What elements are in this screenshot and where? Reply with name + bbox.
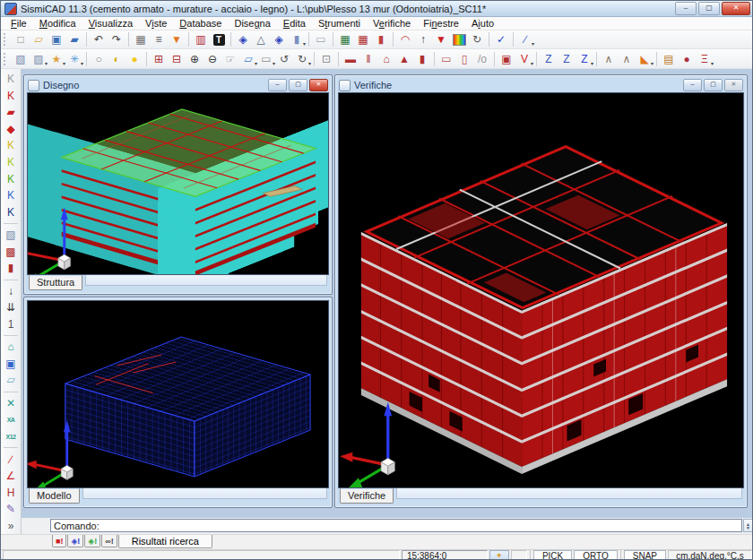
menu-edita[interactable]: Edita [277,18,312,29]
save-icon[interactable]: ▣ [48,30,65,48]
codes-icon[interactable]: ▦ [132,30,150,48]
beam-mesh-icon[interactable]: ▭ [437,50,455,68]
x-text-icon[interactable]: XA [2,411,20,428]
combo-yellow-icon[interactable]: K [2,137,20,154]
section-h-icon[interactable]: H [2,484,20,501]
cylinder-icon[interactable]: ▮ [2,260,20,277]
verifiche-viewport[interactable] [338,92,744,488]
command-history-spinner[interactable]: ▲▼ [743,519,753,532]
pan-icon[interactable]: ☞ [221,50,239,68]
arrow-up-icon[interactable]: ↑ [414,30,432,48]
plumb-icon[interactable]: ▼ [168,30,186,48]
toolbar-grip[interactable] [4,53,8,65]
title-bar[interactable]: SismiCAD 11.3 (cemento armato - murature… [1,1,753,17]
arrow-down-icon[interactable]: ↓ [2,283,20,300]
copy-icon[interactable]: ▱ [2,372,20,389]
steel-icon[interactable]: Z▾ [576,50,593,68]
x-dim-icon[interactable]: X12 [2,428,20,445]
star-view-icon[interactable]: ★▾ [48,50,65,68]
solid-box-icon[interactable]: ▧ [2,227,20,244]
slab-red-icon[interactable]: ▰ [2,104,20,121]
axonometry-icon[interactable]: ◈ [234,30,252,48]
zoom-previous-icon[interactable]: ⊟ [168,50,186,68]
menu-database[interactable]: Database [173,18,228,29]
menu-finestre[interactable]: Finestre [417,18,465,29]
menu-disegna[interactable]: Disegna [228,18,276,29]
zoom-window-icon[interactable]: ⊞ [150,50,168,68]
zoom-in-icon[interactable]: ⊕ [186,50,203,68]
sheet-one-icon[interactable]: 1 [2,316,20,333]
verify-icon[interactable]: V▾ [515,50,533,68]
faces-icon[interactable]: ▭▾ [257,50,275,68]
combo-blue-icon[interactable]: K [2,187,20,204]
redo-icon[interactable]: ↷ [108,30,126,48]
truss-2-icon[interactable]: ∧ [618,50,636,68]
masonry-icon[interactable]: ⌂ [377,50,395,68]
workspace-icon[interactable]: ▰ [65,30,83,48]
menu-file[interactable]: File [4,18,33,29]
vibration-icon[interactable]: ▩ [2,243,20,260]
shaded-new-icon[interactable]: ▨▾ [30,50,48,68]
combo-outline-icon[interactable]: K [2,71,20,88]
gradient-icon[interactable] [450,30,468,48]
levels-icon[interactable]: ≡ [150,30,168,48]
wedge-icon[interactable]: ▼ [432,30,450,48]
x-teal-icon[interactable]: ✕ [2,395,20,412]
dropdown-arrow-icon[interactable]: ▾ [651,60,653,66]
table-check-icon[interactable]: ▦ [336,30,354,48]
lamp-off-icon[interactable]: ○ [90,50,108,68]
combo-lime-icon[interactable]: K [2,154,20,171]
foundation-icon[interactable]: ▬ [342,50,359,68]
verifiche-window[interactable]: Verifiche – ▢ ✕ [334,74,748,508]
maximize-button[interactable]: ▢ [698,2,720,15]
pillars-icon[interactable]: ‖ [359,50,377,68]
window-blue-icon[interactable]: ▣ [2,356,20,373]
verifiche-minimize-button[interactable]: – [683,79,702,91]
lamp-on-icon[interactable]: ● [126,50,143,68]
modello-window[interactable]: Modello [23,297,333,508]
orto-toggle[interactable]: ORTO [574,550,618,560]
spin-down-icon[interactable]: ▼ [746,526,750,530]
render-icon[interactable]: ▮▾ [288,30,306,48]
verifiche-close-button[interactable]: ✕ [724,79,743,91]
undo-icon[interactable]: ↶ [90,30,108,48]
disegno-window[interactable]: Disegno – ▢ ✕ [23,74,333,295]
roof-icon[interactable]: ▲ [395,50,413,68]
arrows-down-icon[interactable]: ⇊ [2,299,20,316]
disegno-close-button[interactable]: ✕ [309,79,328,91]
check-warnings-tab[interactable]: ◈! [84,535,100,547]
toolbar-grip[interactable] [4,33,8,46]
command-input[interactable]: Comando: [50,519,742,532]
dropdown-arrow-icon[interactable]: ▾ [591,60,593,66]
deck-icon[interactable]: Ξ▾ [696,50,714,68]
minimize-button[interactable]: – [675,2,697,15]
tab-risultati-ricerca[interactable]: Risultati ricerca [118,535,212,548]
struttura-viewport[interactable] [27,92,329,275]
panel-red-icon[interactable]: ▣ [498,50,515,68]
steel-x1-icon[interactable]: Z [540,50,558,68]
menu-verifiche[interactable]: Verifiche [367,18,417,29]
snap-toggle[interactable]: SNAP [624,550,666,560]
timber-icon[interactable]: ◣▾ [636,50,653,68]
modello-viewport[interactable] [27,300,329,488]
truss-icon[interactable]: ∧ [600,50,618,68]
combo-green-icon[interactable]: K [2,170,20,187]
pillar-mesh-icon[interactable]: ▯ [455,50,473,68]
perspective-icon[interactable]: △ [252,30,270,48]
combo-red-icon[interactable]: K [2,88,20,105]
find-icon[interactable]: ⊡ [317,50,335,68]
snow-icon[interactable]: ✳▾ [65,50,83,68]
dropdown-arrow-icon[interactable]: ▾ [308,60,311,66]
shaded-view-icon[interactable]: ▧ [12,50,30,68]
disegno-title-bar[interactable]: Disegno – ▢ ✕ [27,78,329,92]
menu-visualizza[interactable]: Visualizza [82,18,139,29]
slash-o-icon[interactable]: /o [473,50,491,68]
axonometry-go-icon[interactable]: ◈ [270,30,288,48]
dropdown-arrow-icon[interactable]: ▾ [711,60,714,66]
menu-modifica[interactable]: Modifica [33,18,82,29]
layer-icon[interactable]: ▱▾ [239,50,257,68]
close-button[interactable]: ✕ [722,2,750,15]
check-icon[interactable]: ✓ [492,30,510,48]
tank-icon[interactable]: ▮ [413,50,431,68]
planks-icon[interactable]: ▤ [660,50,678,68]
